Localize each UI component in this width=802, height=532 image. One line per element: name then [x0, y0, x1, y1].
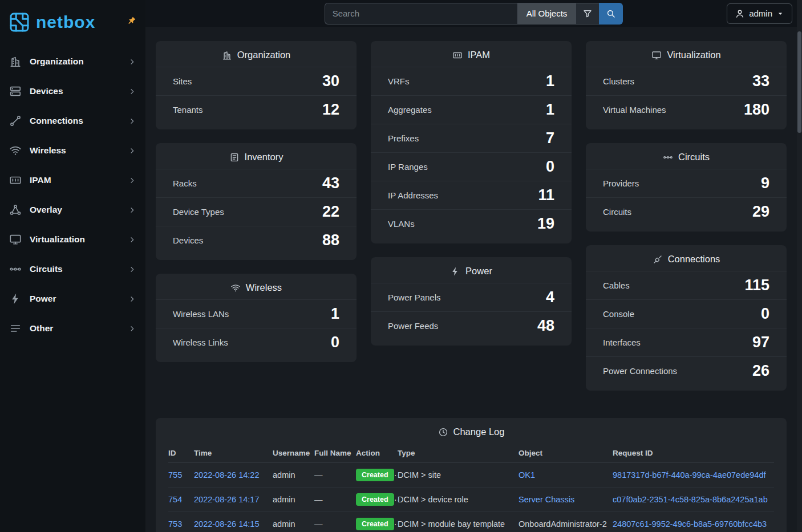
col-header-username: Username [273, 444, 314, 463]
sidebar-item-organization[interactable]: Organization [0, 47, 145, 76]
cell-type: DCIM > device role [398, 488, 519, 512]
cell-id: 754 [168, 488, 194, 512]
stat-value[interactable]: 30 [322, 74, 339, 89]
stat-label: Racks [173, 178, 197, 188]
stat-row: Wireless Links0 [156, 328, 357, 356]
cell-object-link[interactable]: OK1 [519, 470, 535, 480]
stat-value[interactable]: 12 [322, 102, 339, 117]
sidebar-item-connections[interactable]: Connections [0, 106, 145, 136]
stat-value[interactable]: 97 [752, 335, 769, 350]
stat-label: Power Connections [603, 366, 677, 376]
stat-value[interactable]: 48 [537, 318, 554, 334]
stat-label: Circuits [603, 207, 631, 217]
object-type-button[interactable]: All Objects [517, 3, 576, 25]
sidebar-item-ipam[interactable]: IPAM [0, 165, 145, 195]
changelog-row: 7542022-08-26 14:17admin—CreatedDCIM > d… [168, 488, 774, 512]
cell-object: Server Chassis [519, 488, 613, 512]
stat-label: VLANs [388, 219, 415, 229]
stat-value[interactable]: 11 [538, 188, 554, 203]
cell-type: DCIM > module bay template [398, 512, 519, 532]
circuits-icon [663, 152, 673, 163]
stat-label: IP Ranges [388, 162, 428, 172]
stat-label: Devices [173, 235, 203, 245]
sidebar-item-other[interactable]: Other [0, 314, 145, 343]
stat-row: Virtual Machines180 [586, 95, 787, 124]
stat-row: Cables115 [586, 271, 787, 299]
pin-icon[interactable] [127, 16, 136, 26]
filter-button[interactable] [576, 3, 599, 25]
cell-time: 2022-08-26 14:17 [194, 488, 273, 512]
stat-value[interactable]: 19 [537, 216, 554, 232]
card-wireless: WirelessWireless LANs1Wireless Links0 [156, 274, 357, 362]
stat-value[interactable]: 115 [744, 278, 769, 293]
cell-request-id-link[interactable]: 24807c61-9952-49c6-b8a5-69760bfcc4b3 [613, 519, 767, 529]
cell-time-link[interactable]: 2022-08-26 14:22 [194, 470, 260, 480]
card-title-text: Organization [237, 50, 291, 60]
building-icon [222, 50, 232, 60]
scrollbar-track[interactable] [797, 0, 802, 532]
stat-value[interactable]: 22 [322, 204, 339, 220]
sidebar-item-label: Devices [30, 86, 63, 96]
cell-action: Created [356, 463, 398, 488]
stat-value[interactable]: 29 [752, 204, 769, 220]
sidebar-item-label: Connections [30, 116, 83, 126]
stat-value[interactable]: 1 [331, 306, 339, 322]
sidebar-item-power[interactable]: Power [0, 284, 145, 314]
overlay-icon [9, 204, 22, 216]
sidebar-item-circuits[interactable]: Circuits [0, 254, 145, 284]
stat-row: Tenants12 [156, 95, 357, 124]
chevron-right-icon [128, 176, 136, 185]
cell-id-link[interactable]: 754 [168, 495, 182, 504]
sidebar-item-wireless[interactable]: Wireless [0, 136, 145, 165]
col-header-type: Type [398, 444, 519, 463]
sidebar-item-devices[interactable]: Devices [0, 76, 145, 106]
cell-time-link[interactable]: 2022-08-26 14:17 [194, 495, 260, 504]
sidebar-item-virtualization[interactable]: Virtualization [0, 225, 145, 254]
stat-value[interactable]: 0 [761, 306, 769, 322]
cell-request-id-link[interactable]: c07f0ab2-2351-4c58-825a-8b6a2425a1ab [613, 495, 768, 504]
stat-value[interactable]: 9 [761, 176, 769, 191]
col-header-full-name: Full Name [314, 444, 356, 463]
stat-label: VRFs [388, 76, 410, 86]
search-group: All Objects [325, 3, 623, 25]
stat-value[interactable]: 1 [546, 74, 554, 89]
stat-label: Cables [603, 281, 630, 290]
search-input[interactable] [325, 3, 517, 25]
stat-value[interactable]: 43 [322, 176, 339, 191]
col-header-action: Action [356, 444, 398, 463]
netbox-logo[interactable]: netbox [8, 11, 95, 34]
user-menu-button[interactable]: admin [727, 3, 792, 24]
col-header-request-id: Request ID [613, 444, 774, 463]
stat-value[interactable]: 180 [744, 102, 769, 117]
card-circuits: CircuitsProviders9Circuits29 [586, 143, 787, 232]
scrollbar-thumb[interactable] [797, 31, 801, 133]
cell-id-link[interactable]: 755 [168, 470, 182, 480]
stat-value[interactable]: 88 [322, 233, 339, 248]
stat-row: IP Ranges0 [371, 152, 572, 181]
stat-value[interactable]: 1 [546, 102, 554, 117]
sidebar-nav: OrganizationDevicesConnectionsWirelessIP… [0, 44, 145, 346]
card-title-text: Virtualization [667, 50, 720, 60]
changelog-header-row: IDTimeUsernameFull NameActionTypeObjectR… [168, 444, 774, 463]
cell-request-id-link[interactable]: 9817317d-b67f-440a-99ca-4ae07ede94df [613, 470, 765, 480]
stat-label: Tenants [173, 105, 203, 115]
stat-value[interactable]: 7 [546, 131, 554, 146]
cell-id-link[interactable]: 753 [168, 519, 182, 529]
cell-full-name: — [314, 488, 356, 512]
search-button[interactable] [599, 3, 623, 25]
stat-value[interactable]: 0 [546, 159, 554, 174]
stat-row: Prefixes7 [371, 124, 572, 152]
stat-value[interactable]: 26 [752, 363, 769, 379]
cell-request-id: 9817317d-b67f-440a-99ca-4ae07ede94df [613, 463, 774, 488]
cell-username: admin [273, 512, 314, 532]
stat-value[interactable]: 33 [752, 74, 769, 89]
stat-value[interactable]: 0 [331, 335, 339, 350]
sidebar-header: netbox [0, 0, 145, 44]
changelog-card: Change Log IDTimeUsernameFull NameAction… [156, 418, 787, 532]
cell-object-link[interactable]: Server Chassis [519, 495, 574, 504]
sidebar-item-overlay[interactable]: Overlay [0, 195, 145, 225]
stat-value[interactable]: 4 [546, 290, 554, 305]
card-connections: ConnectionsCables115Console0Interfaces97… [586, 245, 787, 391]
card-power: PowerPower Panels4Power Feeds48 [371, 257, 572, 346]
cell-time-link[interactable]: 2022-08-26 14:15 [194, 519, 260, 529]
